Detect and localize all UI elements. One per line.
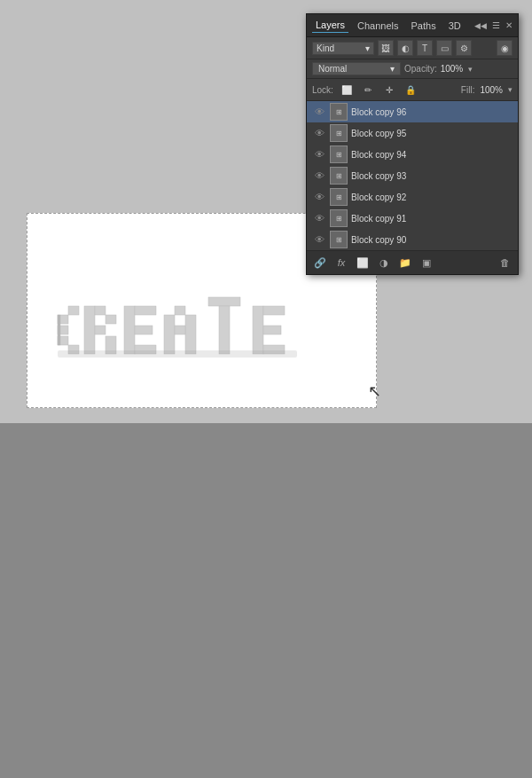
svg-rect-25 <box>58 350 297 358</box>
filter-icon-shape[interactable]: ▭ <box>436 40 452 56</box>
adjustment-icon[interactable]: ◑ <box>376 255 392 271</box>
layer-thumbnail: ⊞ <box>330 167 348 185</box>
artboard-icon[interactable]: ▣ <box>419 255 434 271</box>
panel-titlebar-top: Layers Channels Paths 3D ◀◀ ☰ ✕ <box>307 14 518 37</box>
svg-rect-6 <box>84 306 95 354</box>
mode-dropdown-top[interactable]: Normal ▾ <box>312 62 401 75</box>
visibility-eye[interactable]: 👁 <box>312 211 326 225</box>
layer-thumbnail: ⊞ <box>330 231 348 248</box>
tab-channels-top[interactable]: Channels <box>354 19 402 33</box>
svg-rect-12 <box>135 306 156 315</box>
svg-rect-23 <box>263 326 281 334</box>
mode-opacity-row-top: Normal ▾ Opacity: 100% ▾ <box>307 59 518 79</box>
visibility-eye[interactable]: 👁 <box>312 105 326 119</box>
svg-rect-20 <box>219 306 230 354</box>
kind-dropdown-top[interactable]: Kind ▾ <box>312 42 374 55</box>
lock-all-btn[interactable]: 🔒 <box>403 82 419 98</box>
panel-footer-top: 🔗 fx ⬜ ◑ 📁 ▣ 🗑 <box>307 250 518 274</box>
lock-fill-row-top: Lock: ⬜ ✏ ✛ 🔒 Fill: 100% ▾ <box>307 79 518 101</box>
lock-transparent-btn[interactable]: ⬜ <box>339 82 355 98</box>
link-icon[interactable]: 🔗 <box>312 255 328 271</box>
layer-thumbnail: ⊞ <box>330 209 348 227</box>
table-row[interactable]: 👁 ⊞ Block copy 91 <box>307 208 518 229</box>
tab-paths-top[interactable]: Paths <box>408 19 440 33</box>
visibility-eye[interactable]: 👁 <box>312 169 326 183</box>
layers-list-top: 👁 ⊞ Block copy 96 👁 ⊞ Block copy 95 👁 ⊞ … <box>307 101 518 250</box>
filter-icon-image[interactable]: 🖼 <box>378 40 394 56</box>
svg-rect-8 <box>95 326 106 334</box>
fx-icon[interactable]: fx <box>333 255 349 271</box>
table-row[interactable]: 👁 ⊞ Block copy 92 <box>307 186 518 208</box>
svg-rect-13 <box>135 326 153 334</box>
layer-thumbnail: ⊞ <box>330 124 348 142</box>
tab-layers-top[interactable]: Layers <box>312 18 348 33</box>
close-icon-top[interactable]: ✕ <box>505 20 512 30</box>
layers-panel-top: Layers Channels Paths 3D ◀◀ ☰ ✕ Kind ▾ 🖼… <box>306 13 519 275</box>
layer-thumbnail: ⊞ <box>330 145 348 163</box>
svg-rect-7 <box>95 306 106 315</box>
tab-3d-top[interactable]: 3D <box>445 19 465 33</box>
panel-menu-icon-top[interactable]: ☰ <box>492 20 500 30</box>
svg-rect-21 <box>253 306 263 354</box>
svg-rect-15 <box>175 306 185 315</box>
svg-rect-17 <box>185 315 196 354</box>
svg-rect-9 <box>106 315 116 324</box>
delete-icon[interactable]: 🗑 <box>497 255 512 271</box>
svg-rect-22 <box>263 306 285 315</box>
mask-icon[interactable]: ⬜ <box>355 255 371 271</box>
svg-rect-19 <box>208 297 240 306</box>
layer-thumbnail: ⊞ <box>330 188 348 206</box>
collapse-icon-top[interactable]: ◀◀ <box>474 21 487 30</box>
svg-rect-16 <box>164 315 175 354</box>
layer-thumbnail: ⊞ <box>330 103 348 121</box>
visibility-eye[interactable]: 👁 <box>312 232 326 247</box>
svg-rect-5 <box>58 315 60 345</box>
visibility-eye[interactable]: 👁 <box>312 126 326 140</box>
visibility-eye[interactable]: 👁 <box>312 190 326 204</box>
folder-icon[interactable]: 📁 <box>397 255 413 271</box>
lock-pos-btn[interactable]: ✛ <box>381 82 397 98</box>
svg-rect-18 <box>175 326 185 334</box>
lock-paint-btn[interactable]: ✏ <box>360 82 376 98</box>
filter-icon-smart[interactable]: ⚙ <box>456 40 472 56</box>
svg-rect-11 <box>124 306 135 354</box>
selection-cursor: ↖ <box>368 381 381 401</box>
table-row[interactable]: 👁 ⊞ Block copy 90 <box>307 229 518 250</box>
filter-icon-adjust[interactable]: ◐ <box>397 40 413 56</box>
table-row[interactable]: 👁 ⊞ Block copy 94 <box>307 144 518 165</box>
table-row[interactable]: 👁 ⊞ Block copy 96 <box>307 101 518 122</box>
create-text-canvas <box>53 284 390 390</box>
filter-row-top: Kind ▾ 🖼 ◐ T ▭ ⚙ ◉ <box>307 37 518 59</box>
table-row[interactable]: 👁 ⊞ Block copy 93 <box>307 165 518 186</box>
top-section: ↖ Layers Channels Paths 3D ◀◀ ☰ ✕ Kind ▾… <box>0 0 532 423</box>
filter-icon-text[interactable]: T <box>417 40 433 56</box>
filter-toggle[interactable]: ◉ <box>497 40 512 56</box>
svg-rect-3 <box>68 306 79 315</box>
visibility-eye[interactable]: 👁 <box>312 147 326 161</box>
table-row[interactable]: 👁 ⊞ Block copy 95 <box>307 122 518 144</box>
